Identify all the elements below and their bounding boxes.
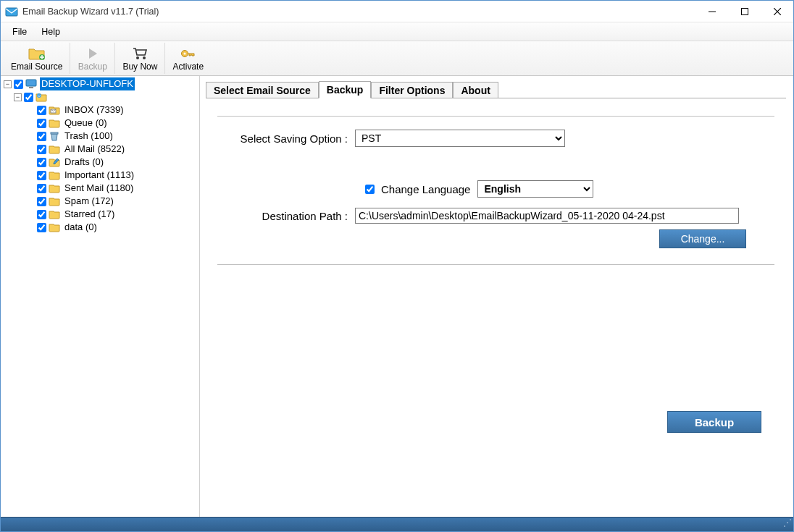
folder-icon [49, 170, 60, 180]
tree-checkbox[interactable] [37, 145, 46, 154]
separator [217, 116, 774, 117]
backup-button[interactable]: Backup [667, 411, 761, 433]
folder-tree[interactable]: − DESKTOP-UNFLOFK − INBOX (7339)Queue (0… [1, 76, 200, 517]
tree-checkbox[interactable] [14, 80, 23, 89]
resize-grip-icon[interactable]: ⋰ [783, 521, 792, 530]
collapse-icon[interactable]: − [14, 93, 22, 101]
tree-toggle-placeholder [25, 159, 35, 166]
tree-folder[interactable]: data (0) [1, 221, 199, 234]
tree-checkbox[interactable] [37, 210, 46, 219]
close-button[interactable] [761, 1, 793, 22]
app-window: Email Backup Wizard v11.7 (Trial) File H… [0, 0, 794, 532]
body-area: − DESKTOP-UNFLOFK − INBOX (7339)Queue (0… [1, 76, 793, 517]
destination-input[interactable] [355, 208, 739, 224]
svg-rect-7 [26, 80, 36, 86]
tree-toggle-placeholder [25, 119, 35, 127]
tree-label[interactable]: INBOX (7339) [63, 104, 125, 117]
folder-icon [49, 105, 60, 115]
tree-label[interactable]: Queue (0) [63, 117, 109, 130]
computer-icon [25, 79, 37, 89]
titlebar: Email Backup Wizard v11.7 (Trial) [1, 1, 793, 22]
minimize-button[interactable] [695, 1, 728, 22]
folder-icon [49, 183, 60, 193]
backup-panel: Select Saving Option : PST Change Langua… [206, 98, 786, 510]
tree-label[interactable]: Spam (172) [63, 195, 115, 208]
toolbar-label: Email Source [11, 62, 62, 72]
tree-label[interactable]: DESKTOP-UNFLOFK [40, 77, 135, 90]
tree-folder[interactable]: INBOX (7339) [1, 104, 199, 117]
language-row: Change Language English [362, 180, 774, 198]
toolbar-buy-now[interactable]: Buy Now [115, 43, 165, 74]
mail-account-icon [35, 92, 47, 102]
tree-label[interactable]: Important (1113) [63, 169, 135, 182]
tree-label[interactable]: All Mail (8522) [63, 143, 126, 156]
tabstrip: Select Email Source Backup Filter Option… [206, 80, 786, 98]
menu-file[interactable]: File [5, 22, 34, 41]
saving-option-select[interactable]: PST [355, 130, 565, 147]
tab-about[interactable]: About [453, 82, 498, 98]
tree-folder[interactable]: Starred (17) [1, 208, 199, 221]
tree-folder[interactable]: Queue (0) [1, 117, 199, 130]
tree-folder[interactable]: Sent Mail (1180) [1, 182, 199, 195]
toolbar: Email Source Backup Buy Now [1, 41, 793, 76]
toolbar-label: Activate [172, 62, 204, 72]
folder-icon [49, 222, 60, 232]
toolbar-activate[interactable]: Activate [165, 43, 211, 74]
tree-toggle-placeholder [25, 106, 35, 114]
tree-label[interactable]: data (0) [63, 221, 99, 234]
tree-label[interactable]: Starred (17) [63, 208, 116, 221]
folder-icon [49, 144, 60, 154]
tree-checkbox[interactable] [24, 93, 33, 102]
separator [217, 264, 774, 265]
toolbar-email-source[interactable]: Email Source [4, 43, 70, 74]
tree-label[interactable]: Trash (100) [63, 130, 114, 143]
tree-checkbox[interactable] [37, 223, 46, 232]
tree-checkbox[interactable] [37, 171, 46, 180]
toolbar-label: Buy Now [122, 62, 157, 72]
tree-label[interactable]: Sent Mail (1180) [63, 182, 135, 195]
menubar: File Help [1, 22, 793, 41]
change-language-checkbox[interactable] [365, 185, 375, 194]
tree-toggle-placeholder [25, 185, 35, 193]
folder-icon [49, 131, 60, 141]
tree-toggle-placeholder [25, 145, 35, 153]
main-panel: Select Email Source Backup Filter Option… [200, 76, 793, 517]
tab-select-email-source[interactable]: Select Email Source [206, 82, 319, 98]
tree-folder[interactable]: Important (1113) [1, 169, 199, 182]
tree-checkbox[interactable] [37, 197, 46, 206]
tree-checkbox[interactable] [37, 184, 46, 193]
menu-help[interactable]: Help [34, 22, 67, 41]
saving-option-row: Select Saving Option : PST [217, 130, 774, 147]
key-icon [180, 46, 197, 62]
tree-checkbox[interactable] [37, 106, 46, 115]
tree-checkbox[interactable] [37, 132, 46, 141]
svg-point-4 [143, 56, 146, 59]
tree-folder[interactable]: Drafts (0) [1, 156, 199, 169]
svg-rect-11 [51, 132, 58, 134]
maximize-button[interactable] [728, 1, 761, 22]
tree-account[interactable]: − [1, 90, 199, 104]
app-icon [5, 5, 18, 18]
tree-folder[interactable]: All Mail (8522) [1, 143, 199, 156]
tree-root[interactable]: − DESKTOP-UNFLOFK [1, 77, 199, 90]
change-button[interactable]: Change... [659, 229, 746, 248]
change-language-checkbox-label[interactable]: Change Language [362, 182, 470, 196]
tree-toggle-placeholder [25, 172, 35, 180]
tab-backup[interactable]: Backup [319, 81, 372, 98]
folder-icon [49, 209, 60, 219]
window-title: Email Backup Wizard v11.7 (Trial) [22, 7, 695, 17]
tree-checkbox[interactable] [37, 119, 46, 128]
tree-folder[interactable]: Trash (100) [1, 130, 199, 143]
destination-label: Destination Path : [217, 210, 355, 222]
language-select[interactable]: English [477, 180, 593, 198]
window-controls [695, 1, 793, 22]
tree-label[interactable]: Drafts (0) [63, 156, 105, 169]
tab-filter-options[interactable]: Filter Options [371, 82, 453, 98]
toolbar-backup: Backup [70, 43, 115, 74]
svg-point-3 [136, 56, 139, 59]
folder-icon [49, 118, 60, 128]
tree-folder[interactable]: Spam (172) [1, 195, 199, 208]
svg-rect-1 [741, 8, 748, 14]
collapse-icon[interactable]: − [4, 80, 12, 88]
tree-checkbox[interactable] [37, 158, 46, 167]
